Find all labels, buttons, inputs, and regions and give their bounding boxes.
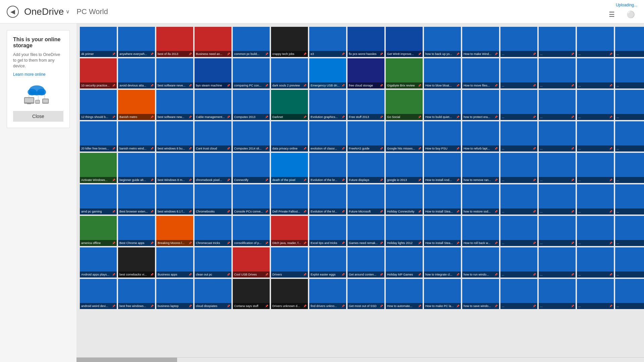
tile-item[interactable]: Computex 2013📌 — [233, 90, 270, 120]
tile-item[interactable]: ...📌 — [615, 27, 644, 57]
tile-item[interactable]: ...📌 — [577, 279, 614, 309]
tile-item[interactable]: best comebacks vi...📌 — [118, 247, 155, 278]
tile-item[interactable]: Android apps plays...📌 — [80, 247, 117, 278]
tile-item[interactable]: Google hits misses...📌 — [386, 121, 423, 152]
tile-item[interactable]: Breaking Moores l...📌 — [156, 216, 193, 246]
tile-item[interactable]: How to move files...📌 — [462, 58, 499, 88]
search-button[interactable]: ⚪ — [624, 8, 637, 21]
tile-item[interactable]: Drivers📌 — [271, 247, 308, 278]
tile-item[interactable]: Go Social📌 — [386, 90, 423, 120]
tile-item[interactable]: Best Chrome apps📌 — [118, 216, 155, 246]
tile-item[interactable]: ...📌 — [539, 58, 576, 88]
tile-item[interactable]: best windows 8 bu...📌 — [156, 121, 193, 152]
tile-item[interactable]: ...📌 — [539, 247, 576, 278]
tile-item[interactable]: how to protect era...📌 — [462, 90, 499, 120]
tile-item[interactable]: how to back up yo...📌 — [424, 27, 461, 57]
tile-item[interactable]: ...📌 — [577, 121, 614, 152]
tile-item[interactable]: best free windows...📌 — [118, 279, 155, 309]
tile-item[interactable]: google io 2013📌 — [386, 153, 423, 183]
tile-item[interactable]: business laptop📌 — [156, 279, 193, 309]
tile-item[interactable]: Dell Private Fallout...📌 — [271, 184, 308, 215]
tile-item[interactable]: best windows 8.1 f...📌 — [156, 184, 193, 215]
tile-item[interactable]: Best browser exten...📌 — [118, 184, 155, 215]
tile-item[interactable]: Future displays📌 — [347, 153, 384, 183]
tile-item[interactable]: Games need remak...📌 — [347, 216, 384, 246]
tile-item[interactable]: comparing PC con...📌 — [233, 58, 270, 88]
tile-item[interactable]: Business apps📌 — [156, 247, 193, 278]
tile-item[interactable]: ...📌 — [615, 184, 644, 215]
tile-item[interactable]: Evolution graphics...📌 — [309, 90, 346, 120]
tile-item[interactable]: ...📌 — [539, 27, 576, 57]
tile-item[interactable]: ...📌 — [539, 153, 576, 183]
tile-item[interactable]: ...📌 — [500, 90, 537, 120]
tile-item[interactable]: Gigabyte Brix review📌 — [386, 58, 423, 88]
tile-item[interactable]: android weird devi...📌 — [80, 279, 117, 309]
tile-item[interactable]: banish metro wind...📌 — [118, 121, 155, 152]
tile-item[interactable]: how to restore ssd...📌 — [462, 184, 499, 215]
tile-item[interactable]: ...📌 — [577, 184, 614, 215]
tile-item[interactable]: ...📌 — [539, 90, 576, 120]
tile-item[interactable]: 20 killer free brows...📌 — [80, 121, 117, 152]
tile-item[interactable]: e3📌 — [309, 27, 346, 57]
tile-item[interactable]: Business need an...📌 — [195, 27, 231, 57]
tile-item[interactable]: evolution of classr...📌 — [309, 121, 346, 152]
tile-item[interactable]: anywhere everywh...📌 — [118, 27, 155, 57]
tile-item[interactable]: Ditch java, reader, f...📌 — [271, 216, 308, 246]
tile-item[interactable]: Holiday MP Games📌 — [386, 247, 423, 278]
tile-item[interactable]: How to refurb lapt...📌 — [462, 121, 499, 152]
tile-item[interactable]: crappy tech jobs📌 — [271, 27, 308, 57]
tile-item[interactable]: 12 things should b...📌 — [80, 90, 117, 120]
tile-item[interactable]: How to roll back w...📌 — [462, 216, 499, 246]
tile-item[interactable]: ...📌 — [615, 153, 644, 183]
tile-item[interactable]: dark souls 2 preview📌 — [271, 58, 308, 88]
tile-item[interactable]: ...📌 — [500, 153, 537, 183]
tile-item[interactable]: ...📌 — [539, 184, 576, 215]
tile-item[interactable]: How to make PC la...📌 — [424, 279, 461, 309]
tile-item[interactable]: Cable management...📌 — [195, 90, 231, 120]
list-view-button[interactable]: ☰ — [605, 8, 619, 21]
tile-item[interactable]: Holiday lights 2012📌 — [386, 216, 423, 246]
tile-item[interactable]: Chromecast tricks📌 — [195, 216, 231, 246]
tile-item[interactable]: america offline📌 — [80, 216, 117, 246]
tile-item[interactable]: ...📌 — [577, 216, 614, 246]
files-grid-container[interactable]: 4k primer📌anywhere everywh...📌best of if… — [76, 23, 644, 362]
tile-item[interactable]: ...📌 — [615, 247, 644, 278]
tile-item[interactable]: how to save windo...📌 — [462, 279, 499, 309]
tile-item[interactable]: beginner guide alt...📌 — [118, 153, 155, 183]
tile-item[interactable]: consolification of p...📌 — [233, 216, 270, 246]
close-button[interactable]: Close — [13, 111, 63, 122]
tile-item[interactable]: Free stuff 2013📌 — [347, 90, 384, 120]
tile-item[interactable]: Future Microsoft📌 — [347, 184, 384, 215]
tile-item[interactable]: common pc build...📌 — [233, 27, 270, 57]
tile-item[interactable]: byo steam machine📌 — [195, 58, 231, 88]
tile-item[interactable]: ...📌 — [577, 27, 614, 57]
tile-item[interactable]: How to buy PSU📌 — [424, 121, 461, 152]
tile-item[interactable]: ...📌 — [577, 153, 614, 183]
tile-item[interactable]: Computex 2014 sli...📌 — [233, 121, 270, 152]
tile-item[interactable]: ...📌 — [615, 279, 644, 309]
scrollbar-thumb[interactable] — [76, 358, 177, 362]
tile-item[interactable]: ...📌 — [500, 58, 537, 88]
tile-item[interactable]: Evolution of the M...📌 — [309, 184, 346, 215]
tile-item[interactable]: chromebook pixel...📌 — [195, 153, 231, 183]
tile-item[interactable]: free cloud storage📌 — [347, 58, 384, 88]
tile-item[interactable]: ...📌 — [500, 184, 537, 215]
tile-item[interactable]: Darknet📌 — [271, 90, 308, 120]
learn-more-link[interactable]: Learn more online — [13, 72, 63, 77]
tile-item[interactable]: how to integrate cl...📌 — [424, 247, 461, 278]
tile-item[interactable]: death of the pixel📌 — [271, 153, 308, 183]
tile-item[interactable]: Get Win8 improve...📌 — [386, 27, 423, 57]
tile-item[interactable]: ...📌 — [500, 121, 537, 152]
tile-item[interactable]: best software new...📌 — [156, 90, 193, 120]
tile-item[interactable]: Evolution of the br...📌 — [309, 153, 346, 183]
tile-item[interactable]: How to install Stea...📌 — [424, 216, 461, 246]
tile-item[interactable]: ...📌 — [615, 90, 644, 120]
tile-item[interactable]: Emergency USB dri...📌 — [309, 58, 346, 88]
tile-item[interactable]: ...📌 — [577, 90, 614, 120]
tile-item[interactable]: Cant trust cloud📌 — [195, 121, 231, 152]
tile-item[interactable]: Cortana says stuff📌 — [233, 279, 270, 309]
tile-item[interactable]: ...📌 — [500, 216, 537, 246]
tile-item[interactable]: Chromebooks📌 — [195, 184, 231, 215]
tile-item[interactable]: 10 security practice...📌 — [80, 58, 117, 88]
tile-item[interactable]: How to automate...📌 — [386, 279, 423, 309]
